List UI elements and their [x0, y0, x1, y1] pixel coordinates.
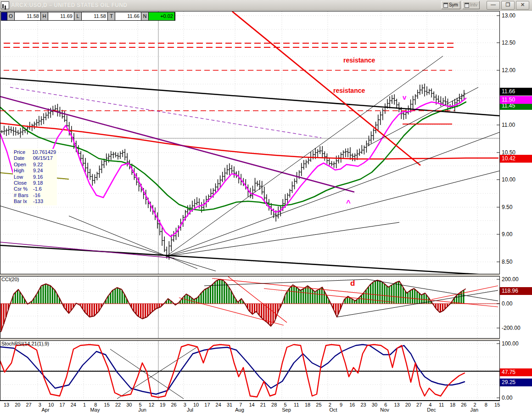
axis-label: 10.00 [502, 176, 515, 183]
databox-row: Price10.761429 [14, 149, 56, 155]
x-axis-month-label: Oct [329, 407, 337, 413]
x-axis-day-label: 25 [316, 402, 321, 407]
quote-field-label: T [108, 12, 115, 20]
axis-label: 0.00 [502, 395, 512, 401]
price-badge: 11.66 [500, 88, 532, 96]
annotation-v: v [403, 93, 407, 101]
annotation-resistance: resistance [343, 57, 375, 64]
x-axis-day-label: 3 [39, 402, 41, 407]
quote-field-label: H [41, 12, 48, 20]
axis-label: 0.00 [502, 300, 512, 307]
stochrsi-indicator-panel[interactable] [0, 340, 500, 401]
titlebar-buttons: Sym Intv — ❐ ✕ [441, 1, 529, 10]
price-badge: 47.75 [500, 368, 532, 376]
x-axis-day-label: 9 [340, 402, 342, 407]
annotation-d: d [350, 279, 355, 288]
x-axis-day-label: 31 [227, 402, 232, 407]
x-axis-month-label: Jan 2018 [470, 407, 490, 413]
x-axis-month-label: Nov [380, 407, 389, 413]
x-axis-day-label: 15 [104, 402, 110, 407]
quote-field-label: O [7, 12, 15, 20]
databox-row: Csr %-1.6 [14, 186, 56, 192]
x-axis-day-label: 10 [193, 402, 199, 407]
price-badge: 29.25 [500, 379, 532, 386]
stochrsi-panel-label: StochRSI(14,21(1),9) [1, 341, 49, 346]
restore-button[interactable]: ❐ [501, 1, 515, 10]
axis-label: -200.00 [502, 325, 521, 331]
databox-row: Low9.16 [14, 174, 56, 180]
x-axis-day-label: 18 [450, 402, 455, 407]
x-axis-month-label: Jul [187, 407, 193, 413]
x-axis-day-label: 24 [71, 402, 76, 407]
axis-label: 12.00 [502, 67, 515, 74]
annotation-^: ^ [346, 198, 351, 207]
x-axis-day-label: 11 [439, 402, 444, 407]
price-badge: 118.96 [500, 287, 532, 295]
x-axis-day-label: 13 [4, 402, 9, 407]
axis-label: 11.00 [502, 122, 515, 128]
x-axis-day-label: 20 [405, 402, 411, 407]
x-axis-month-label: May [90, 407, 100, 413]
databox-row: Bar Ix-133 [14, 198, 56, 204]
x-axis-month-label: Apr [41, 407, 49, 413]
databox-row: Close9.18 [14, 180, 56, 186]
axis-label: 12.50 [502, 40, 515, 46]
price-axis-gutter[interactable]: 13.0012.5012.0011.0010.5010.009.509.008.… [500, 11, 532, 401]
app-window: { "window": { "title": "ARCX:USO,D – UNI… [0, 0, 532, 413]
sym-button[interactable]: Sym [441, 1, 460, 9]
minimize-button[interactable]: — [487, 1, 500, 10]
x-axis-day-label: 28 [271, 402, 277, 407]
x-axis-month-label: Sep [282, 407, 291, 413]
title-bar[interactable]: ARCX:USO,D – UNITED STATES OIL FUND Sym … [0, 0, 532, 11]
x-axis-day-label: 22 [115, 402, 121, 407]
x-axis-day-label: 20 [15, 402, 20, 407]
quote-field-label: N [141, 12, 149, 20]
window-title: ARCX:USO,D – UNITED STATES OIL FUND [11, 2, 127, 8]
x-axis-day-label: 12 [149, 402, 154, 407]
intv-button[interactable]: Intv [462, 1, 480, 9]
quote-field-value: 11.58 [15, 12, 41, 20]
axis-label: 200.00 [502, 276, 519, 283]
price-badge: 10.42 [500, 155, 532, 163]
cci-indicator-panel[interactable]: d [0, 276, 500, 339]
x-axis-day-label: 26 [171, 402, 176, 407]
databox-row: Date06/15/17 [14, 155, 56, 161]
quote-bar: O11.58H11.69L11.58T11.66N+0.02 [1, 12, 175, 21]
quote-marker [1, 12, 7, 20]
x-axis-day-label: 13 [394, 402, 399, 407]
x-axis-day-label: 17 [59, 402, 65, 407]
close-button[interactable]: ✕ [516, 1, 529, 10]
axis-label: 100.00 [502, 340, 519, 347]
window-glyph-icon [465, 3, 469, 8]
x-axis-day-label: 17 [204, 402, 210, 407]
axis-label: 9.00 [502, 231, 512, 238]
quote-field-label: L [74, 12, 82, 20]
axis-label: 9.50 [502, 204, 512, 210]
x-axis-day-label: 27 [26, 402, 31, 407]
cursor-data-box: Price10.761429Date06/15/17Open9.22High9.… [13, 149, 57, 205]
axis-label: 8.50 [502, 259, 512, 265]
x-axis-day-label: 30 [372, 402, 377, 407]
quote-field-value: 11.69 [48, 12, 74, 20]
databox-row: High9.24 [14, 168, 56, 174]
price-badge: 11.50 [500, 96, 532, 104]
x-axis-day-label: 26 [461, 402, 466, 407]
x-axis-month-label: Jun [138, 407, 146, 413]
quote-field-value: +0.02 [149, 12, 175, 20]
databox-row: # Bars-16 [14, 192, 56, 198]
x-axis-day-label: 21 [260, 402, 266, 407]
x-axis-day-label: 14 [249, 402, 254, 407]
quote-field-value: 11.58 [82, 12, 108, 20]
annotation-resistance: resistance [333, 87, 365, 94]
x-axis-day-label: 1 [83, 402, 86, 407]
x-axis-day-label: 16 [349, 402, 355, 407]
main-price-panel[interactable]: resistanceresistancev^ [0, 11, 500, 274]
x-axis-day-label: 24 [216, 402, 221, 407]
x-axis-day-label: 19 [160, 402, 165, 407]
time-axis[interactable]: 1320273101724181522305121926310172431714… [0, 401, 500, 413]
chart-app-icon [1, 1, 9, 9]
x-axis-day-label: 15 [494, 402, 500, 407]
x-axis-day-label: 27 [416, 402, 422, 407]
x-axis-month-label: Dec [427, 407, 436, 413]
databox-row: Open9.22 [14, 162, 56, 168]
